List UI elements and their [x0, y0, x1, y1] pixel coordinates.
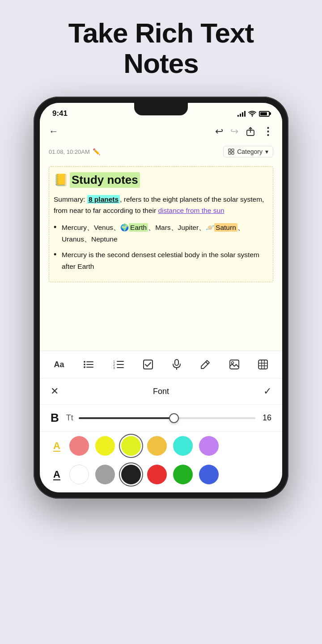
svg-rect-2 — [232, 149, 234, 151]
mic-button[interactable] — [169, 357, 185, 372]
svg-rect-3 — [229, 152, 231, 154]
bold-button[interactable]: B — [51, 411, 59, 425]
toolbar: ← ↩ ↪ ⋮ — [40, 122, 282, 143]
font-size-slider[interactable] — [79, 417, 255, 419]
svg-rect-18 — [175, 360, 178, 365]
category-button[interactable]: Category ▾ — [223, 146, 273, 157]
undo-button[interactable]: ↩ — [215, 126, 223, 137]
svg-text:1: 1 — [113, 360, 115, 363]
note-date: 01.08, 10:20AM ✏️ — [49, 148, 100, 155]
bg-color-red[interactable] — [147, 465, 167, 484]
svg-point-9 — [84, 364, 85, 365]
text-color-row: A — [40, 432, 282, 460]
status-time: 9:41 — [52, 109, 68, 118]
phone-notch — [134, 103, 188, 115]
svg-point-10 — [84, 366, 85, 368]
link-text: distance from the sun — [158, 207, 224, 214]
image-button[interactable] — [226, 358, 243, 371]
bg-color-label: A — [51, 469, 63, 480]
bg-color-black[interactable] — [121, 465, 141, 484]
font-button[interactable]: Aa — [50, 358, 68, 371]
note-body: Summary: 8 planets, refers to the eight … — [54, 194, 268, 216]
font-panel-title: Font — [153, 387, 169, 396]
numbered-list-button[interactable]: 1 2 3 — [110, 358, 127, 371]
grid-button[interactable] — [254, 358, 271, 371]
svg-point-22 — [231, 362, 233, 364]
dropdown-icon: ▾ — [265, 148, 268, 155]
bullet-item-1: Mercury、Venus、🌍Earth、Mars、Jupiter、🪐Satur… — [54, 222, 268, 245]
note-meta: 01.08, 10:20AM ✏️ Category ▾ — [40, 143, 282, 163]
font-size-row: B Tt 16 — [40, 405, 282, 432]
back-button[interactable]: ← — [49, 126, 59, 137]
svg-rect-4 — [232, 152, 234, 154]
font-panel-confirm-button[interactable]: ✓ — [263, 386, 271, 397]
category-icon — [228, 148, 234, 155]
bottom-toolbar: Aa 1 2 3 — [40, 351, 282, 378]
font-panel: ✕ Font ✓ B Tt 16 A — [40, 378, 282, 492]
note-title: 📒Study notes — [54, 172, 268, 188]
text-color-cyan[interactable] — [173, 436, 193, 456]
checkbox-button[interactable] — [140, 358, 157, 371]
svg-text:2: 2 — [113, 363, 115, 366]
note-content: 📒Study notes Summary: 8 planets, refers … — [40, 163, 282, 351]
font-size-thumb[interactable] — [169, 413, 179, 423]
font-panel-header: ✕ Font ✓ — [40, 378, 282, 405]
text-color-label: A — [51, 440, 63, 452]
bullet-item-2: Mercury is the second densest celestial … — [54, 249, 268, 272]
note-title-text: Study notes — [70, 172, 140, 188]
saturn-highlight: Saturn — [214, 223, 237, 232]
share-button[interactable] — [246, 127, 255, 136]
svg-line-20 — [206, 362, 208, 364]
status-icons — [237, 110, 270, 117]
font-size-label: Tt — [66, 413, 73, 423]
bg-color-row: A — [40, 460, 282, 492]
bg-color-blue[interactable] — [199, 465, 219, 484]
bullet-list-button[interactable] — [80, 358, 97, 371]
font-size-controls: Tt 16 — [66, 413, 271, 423]
svg-point-8 — [84, 361, 85, 363]
font-panel-close-button[interactable]: ✕ — [51, 386, 59, 397]
category-label: Category — [237, 148, 263, 155]
svg-rect-1 — [229, 149, 231, 151]
more-button[interactable]: ⋮ — [263, 125, 273, 138]
note-inner: 📒Study notes Summary: 8 planets, refers … — [49, 166, 273, 282]
battery-icon — [259, 111, 270, 117]
bg-color-green[interactable] — [173, 465, 193, 484]
note-emoji: 📒 — [54, 173, 68, 187]
wifi-icon — [248, 110, 256, 117]
highlighted-word: 8 planets — [87, 195, 120, 203]
svg-rect-23 — [258, 360, 267, 369]
phone-frame: 9:41 ← ↩ — [34, 97, 288, 499]
svg-text:3: 3 — [113, 366, 115, 369]
signal-icon — [237, 110, 246, 117]
text-color-purple[interactable] — [199, 436, 219, 456]
body-prefix: Summary: — [54, 195, 87, 203]
earth-highlight: Earth — [129, 223, 148, 232]
redo-button[interactable]: ↪ — [230, 126, 238, 137]
bg-color-white[interactable] — [69, 465, 89, 484]
bullet-list: Mercury、Venus、🌍Earth、Mars、Jupiter、🪐Satur… — [54, 222, 268, 272]
font-size-value: 16 — [261, 413, 271, 423]
text-color-yellow-green[interactable] — [121, 436, 141, 456]
text-color-yellow[interactable] — [95, 436, 115, 456]
text-color-orange[interactable] — [147, 436, 167, 456]
edit-icon[interactable]: ✏️ — [93, 148, 100, 155]
text-color-salmon[interactable] — [69, 436, 89, 456]
pen-button[interactable] — [197, 358, 214, 371]
page-title: Take Rich Text Notes — [68, 18, 254, 79]
bg-color-gray[interactable] — [95, 465, 115, 484]
phone-screen: 9:41 ← ↩ — [40, 103, 282, 492]
